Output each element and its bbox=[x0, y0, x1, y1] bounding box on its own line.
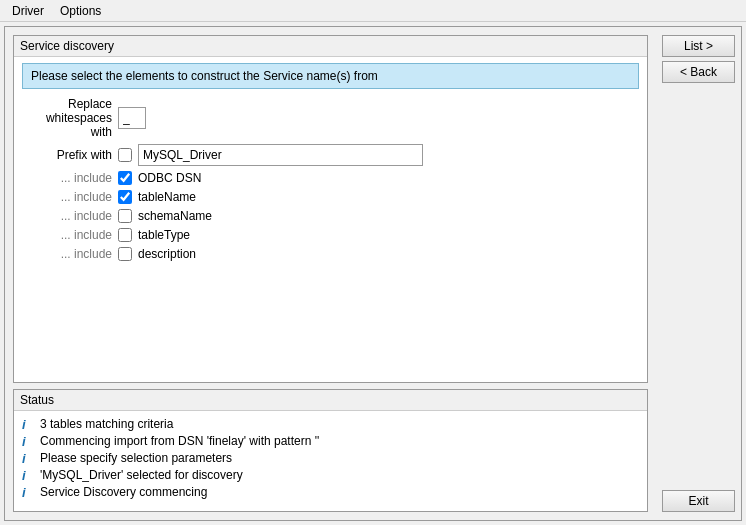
include-label-4: ... include bbox=[22, 247, 112, 261]
status-icon-2: i bbox=[22, 451, 34, 466]
content-area: Service discovery Please select the elem… bbox=[5, 27, 656, 520]
include-checkbox-4[interactable] bbox=[118, 247, 132, 261]
status-item-4: iService Discovery commencing bbox=[22, 485, 639, 500]
top-section: Service discovery Please select the elem… bbox=[5, 27, 741, 520]
include-rows-container: ... includeODBC DSN... includetableName.… bbox=[22, 171, 639, 261]
status-icon-1: i bbox=[22, 434, 34, 449]
include-label-0: ... include bbox=[22, 171, 112, 185]
include-label-3: ... include bbox=[22, 228, 112, 242]
include-label-1: ... include bbox=[22, 190, 112, 204]
menubar: Driver Options bbox=[0, 0, 746, 22]
sidebar: List > < Back Exit bbox=[656, 27, 741, 520]
main-window: Service discovery Please select the elem… bbox=[4, 26, 742, 521]
include-checkbox-2[interactable] bbox=[118, 209, 132, 223]
include-row-2: ... includeschemaName bbox=[22, 209, 639, 223]
prefix-with-checkbox[interactable] bbox=[118, 148, 132, 162]
service-discovery-body: Please select the elements to construct … bbox=[14, 57, 647, 382]
service-discovery-panel: Service discovery Please select the elem… bbox=[13, 35, 648, 383]
replace-whitespaces-row: Replace whitespaces with bbox=[22, 97, 639, 139]
service-discovery-title: Service discovery bbox=[14, 36, 647, 57]
status-body: i3 tables matching criteriaiCommencing i… bbox=[14, 411, 647, 511]
include-field-name-0: ODBC DSN bbox=[138, 171, 201, 185]
replace-whitespaces-input[interactable] bbox=[118, 107, 146, 129]
prefix-with-row: Prefix with bbox=[22, 144, 639, 166]
status-text-2: Please specify selection parameters bbox=[40, 451, 232, 465]
prefix-with-input[interactable] bbox=[138, 144, 423, 166]
status-panel: Status i3 tables matching criteriaiComme… bbox=[13, 389, 648, 512]
include-checkbox-1[interactable] bbox=[118, 190, 132, 204]
include-row-4: ... includedescription bbox=[22, 247, 639, 261]
back-button[interactable]: < Back bbox=[662, 61, 735, 83]
include-row-0: ... includeODBC DSN bbox=[22, 171, 639, 185]
status-item-1: iCommencing import from DSN 'finelay' wi… bbox=[22, 434, 639, 449]
include-field-name-4: description bbox=[138, 247, 196, 261]
include-field-name-3: tableType bbox=[138, 228, 190, 242]
include-checkbox-0[interactable] bbox=[118, 171, 132, 185]
include-field-name-1: tableName bbox=[138, 190, 196, 204]
exit-button[interactable]: Exit bbox=[662, 490, 735, 512]
prefix-with-label: Prefix with bbox=[22, 148, 112, 162]
status-text-1: Commencing import from DSN 'finelay' wit… bbox=[40, 434, 319, 448]
status-text-3: 'MySQL_Driver' selected for discovery bbox=[40, 468, 243, 482]
include-checkbox-3[interactable] bbox=[118, 228, 132, 242]
status-icon-0: i bbox=[22, 417, 34, 432]
menu-driver[interactable]: Driver bbox=[4, 2, 52, 20]
status-item-2: iPlease specify selection parameters bbox=[22, 451, 639, 466]
info-bar: Please select the elements to construct … bbox=[22, 63, 639, 89]
replace-whitespaces-label: Replace whitespaces with bbox=[22, 97, 112, 139]
list-button[interactable]: List > bbox=[662, 35, 735, 57]
status-item-3: i'MySQL_Driver' selected for discovery bbox=[22, 468, 639, 483]
status-icon-4: i bbox=[22, 485, 34, 500]
status-icon-3: i bbox=[22, 468, 34, 483]
status-text-4: Service Discovery commencing bbox=[40, 485, 207, 499]
menu-options[interactable]: Options bbox=[52, 2, 109, 20]
include-row-3: ... includetableType bbox=[22, 228, 639, 242]
include-label-2: ... include bbox=[22, 209, 112, 223]
status-text-0: 3 tables matching criteria bbox=[40, 417, 173, 431]
status-item-0: i3 tables matching criteria bbox=[22, 417, 639, 432]
include-row-1: ... includetableName bbox=[22, 190, 639, 204]
include-field-name-2: schemaName bbox=[138, 209, 212, 223]
status-title: Status bbox=[14, 390, 647, 411]
